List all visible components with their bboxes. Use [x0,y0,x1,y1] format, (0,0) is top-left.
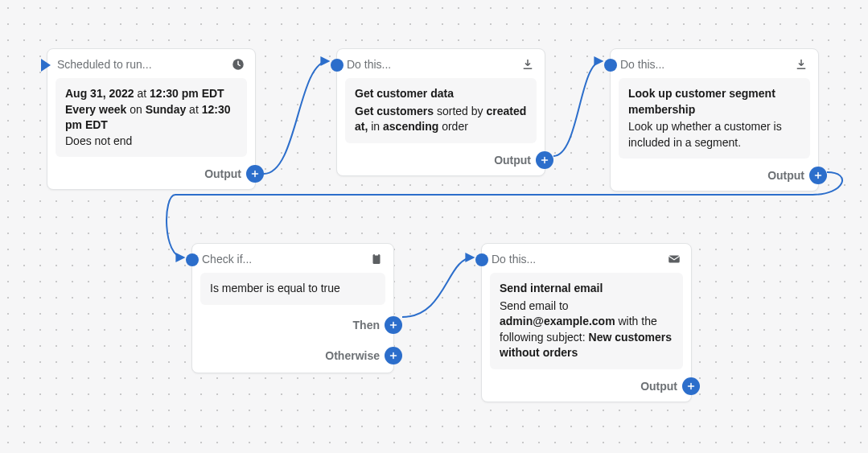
mail-icon [667,252,681,266]
card-lookup-segment[interactable]: Do this... Look up customer segment memb… [610,48,819,191]
card-body: Is member is equal to true [200,273,385,305]
card-header-label: Do this... [347,58,391,71]
clipboard-icon [369,252,384,266]
card-body: Get customer data Get customers sorted b… [345,78,537,143]
add-output-button[interactable] [682,377,700,395]
download-icon [794,57,808,72]
workflow-canvas[interactable]: Scheduled to run... Aug 31, 2022 at 12:3… [0,0,868,453]
card-desc: Send email to admin@example.com with the… [500,299,673,361]
download-icon [520,57,535,72]
card-title: Send internal email [500,281,673,297]
schedule-desc: Aug 31, 2022 at 12:30 pm EDTEvery week o… [65,86,237,149]
svg-rect-1 [373,254,381,264]
output-label: Output [494,154,531,167]
output-label: Output [204,167,241,180]
node-dot-icon [186,253,199,266]
card-header-label: Do this... [620,58,664,71]
then-label: Then [353,319,380,332]
card-desc: Look up whether a customer is included i… [628,119,800,150]
card-body: Look up customer segment membership Look… [619,78,810,159]
card-send-email[interactable]: Do this... Send internal email Send emai… [481,243,692,402]
card-body: Send internal email Send email to admin@… [490,273,683,369]
card-body: Aug 31, 2022 at 12:30 pm EDTEvery week o… [56,78,247,157]
add-otherwise-button[interactable] [385,347,402,364]
card-desc: Get customers sorted by created at, in a… [355,104,527,135]
node-dot-icon [331,59,343,72]
add-output-button[interactable] [246,165,264,183]
card-title: Look up customer segment membership [628,86,800,117]
card-header-label: Check if... [202,253,252,266]
card-schedule[interactable]: Scheduled to run... Aug 31, 2022 at 12:3… [47,48,256,190]
svg-rect-2 [375,253,379,256]
card-check-if[interactable]: Check if... Is member is equal to true T… [191,243,394,373]
node-dot-icon [604,59,617,72]
clock-icon [231,57,245,72]
start-icon [41,59,51,72]
output-label: Output [640,380,677,393]
output-label: Output [767,169,804,182]
add-output-button[interactable] [809,167,827,184]
condition-text: Is member is equal to true [210,281,376,297]
add-output-button[interactable] [536,151,553,169]
card-get-customer[interactable]: Do this... Get customer data Get custome… [336,48,545,176]
node-dot-icon [475,253,488,266]
card-header-label: Do this... [492,253,536,266]
card-title: Get customer data [355,86,527,102]
card-header-label: Scheduled to run... [57,58,152,71]
add-then-button[interactable] [385,316,402,334]
svg-rect-3 [668,256,680,263]
otherwise-label: Otherwise [325,349,380,362]
